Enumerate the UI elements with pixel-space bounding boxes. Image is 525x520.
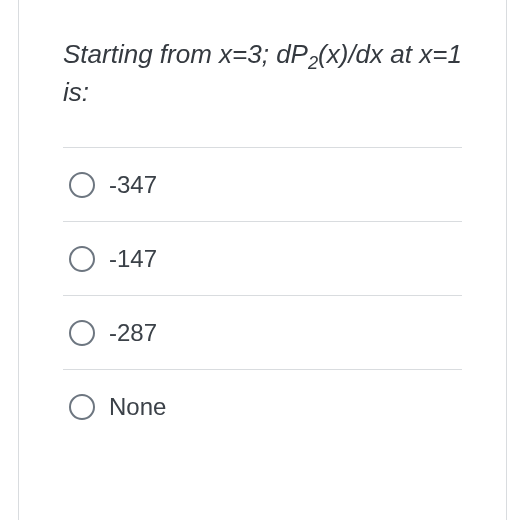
radio-icon bbox=[69, 246, 95, 272]
option-2[interactable]: -287 bbox=[63, 295, 462, 369]
option-label: -147 bbox=[109, 245, 157, 273]
radio-icon bbox=[69, 320, 95, 346]
question-card: Starting from x=3; dP2(x)/dx at x=1 is: … bbox=[18, 0, 507, 520]
question-prefix: Starting from x=3; dP bbox=[63, 39, 308, 69]
option-3[interactable]: None bbox=[63, 369, 462, 443]
option-0[interactable]: -347 bbox=[63, 147, 462, 221]
option-label: -287 bbox=[109, 319, 157, 347]
question-text: Starting from x=3; dP2(x)/dx at x=1 is: bbox=[63, 36, 462, 111]
radio-icon bbox=[69, 394, 95, 420]
option-label: None bbox=[109, 393, 166, 421]
page-container: Starting from x=3; dP2(x)/dx at x=1 is: … bbox=[0, 0, 525, 520]
question-subscript: 2 bbox=[308, 53, 318, 73]
options-list: -347 -147 -287 None bbox=[63, 147, 462, 443]
radio-icon bbox=[69, 172, 95, 198]
option-label: -347 bbox=[109, 171, 157, 199]
option-1[interactable]: -147 bbox=[63, 221, 462, 295]
